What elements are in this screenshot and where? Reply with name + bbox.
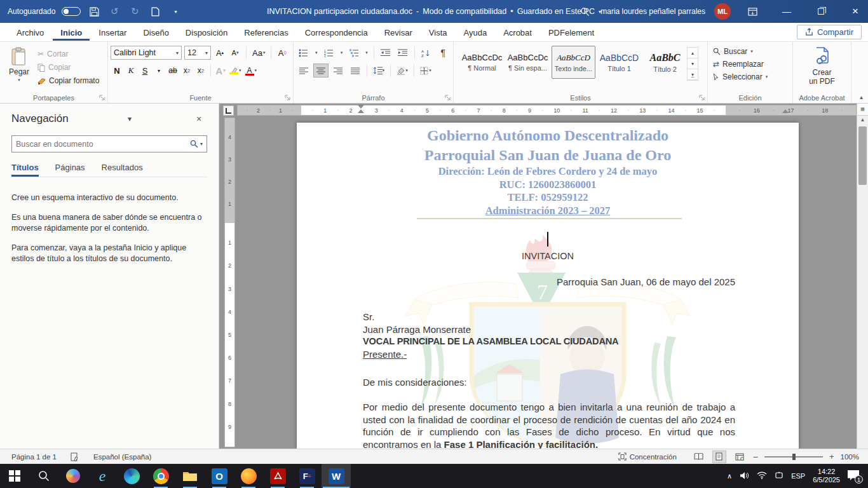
copilot-button[interactable]: [58, 464, 88, 488]
nav-tab-paginas[interactable]: Páginas: [55, 163, 85, 177]
notifications-button[interactable]: 1: [848, 470, 862, 482]
decrease-indent-button[interactable]: [378, 46, 393, 60]
document-letter-title[interactable]: INVITACION: [297, 251, 799, 261]
zoom-in-button[interactable]: +: [829, 452, 834, 461]
scroll-up-icon[interactable]: ▲: [857, 117, 868, 123]
acrobat-button[interactable]: [263, 464, 292, 488]
share-button[interactable]: Compartir: [797, 25, 862, 39]
greeting-line[interactable]: De mis consideraciones:: [363, 376, 735, 389]
display-icon[interactable]: [775, 471, 783, 481]
tab-disposicion[interactable]: Disposición: [178, 24, 235, 41]
horizontal-ruler[interactable]: ·2·1· ·1·2·3·4·5·6·7·8·9·10·11·12·13·14·…: [237, 105, 857, 116]
clipboard-dialog-launcher[interactable]: [99, 95, 105, 101]
search-magnifier-icon[interactable]: ▾: [190, 140, 203, 148]
recipient-block[interactable]: Sr. Juan Párraga Monserrate VOCAL PRINCI…: [363, 311, 735, 361]
clock[interactable]: 14:22 6/5/2025: [813, 468, 840, 484]
align-center-button[interactable]: [313, 64, 329, 78]
zoom-out-button[interactable]: −: [753, 452, 758, 462]
internet-explorer-button[interactable]: e: [88, 464, 117, 488]
vertical-ruler[interactable]: 4321 123456789: [224, 118, 235, 447]
numbering-chevron-icon[interactable]: ▾: [338, 46, 344, 60]
shading-button[interactable]: ▾: [395, 64, 410, 78]
keyboard-language[interactable]: ESP: [791, 472, 805, 480]
strikethrough-button[interactable]: ab: [166, 64, 179, 78]
underline-chevron-icon[interactable]: ▾: [153, 64, 165, 78]
edge-button[interactable]: [117, 464, 146, 488]
document-title[interactable]: INVITACION participacion ciudadana.doc -…: [267, 7, 601, 16]
nav-tab-resultados[interactable]: Resultados: [102, 163, 143, 177]
style-titulo-1[interactable]: AaBbCcD Título 1: [597, 46, 641, 79]
tab-archivo[interactable]: Archivo: [9, 24, 51, 41]
paragraph-dialog-launcher[interactable]: [445, 95, 451, 101]
multilevel-chevron-icon[interactable]: ▾: [363, 46, 370, 60]
sort-button[interactable]: AZ: [419, 46, 434, 60]
volume-icon[interactable]: [740, 471, 749, 481]
ribbon-display-options-icon[interactable]: [740, 0, 765, 23]
file-explorer-button[interactable]: [175, 464, 205, 488]
tab-acrobat[interactable]: Acrobat: [496, 24, 539, 41]
subscript-button[interactable]: x2: [180, 64, 193, 78]
style-normal[interactable]: AaBbCcDc ¶ Normal: [460, 46, 504, 79]
taskbar-search-button[interactable]: [29, 464, 58, 488]
bullets-button[interactable]: [296, 46, 311, 60]
font-size-select[interactable]: 12▾: [184, 46, 211, 60]
nav-tab-titulos[interactable]: Títulos: [11, 163, 39, 177]
line-spacing-button[interactable]: ▾: [371, 64, 386, 78]
tab-correspondencia[interactable]: Correspondencia: [297, 24, 376, 41]
bold-button[interactable]: N: [111, 64, 123, 78]
increase-indent-button[interactable]: [395, 46, 410, 60]
new-document-icon[interactable]: [148, 4, 162, 19]
copy-button[interactable]: Copiar: [36, 62, 101, 73]
firefox-button[interactable]: [234, 464, 263, 488]
close-button[interactable]: ×: [843, 0, 868, 23]
bullets-chevron-icon[interactable]: ▾: [313, 46, 320, 60]
styles-scroll-down-icon[interactable]: ▾: [688, 58, 698, 69]
undo-icon[interactable]: ↺: [107, 4, 121, 19]
right-indent-marker[interactable]: [782, 109, 789, 113]
style-texto-independiente[interactable]: AaBbCcD Texto inde...: [552, 46, 595, 79]
styles-gallery-expand-icon[interactable]: ▾̲: [688, 69, 698, 80]
tab-insertar[interactable]: Insertar: [91, 24, 134, 41]
minimize-button[interactable]: —: [774, 0, 799, 23]
styles-scroll[interactable]: ▴▾▾̲: [687, 47, 698, 81]
create-pdf-button[interactable]: Crearun PDF: [796, 46, 848, 86]
change-case-button[interactable]: Aa▾: [251, 46, 266, 60]
tab-inicio[interactable]: Inicio: [53, 24, 90, 41]
read-mode-button[interactable]: [692, 451, 706, 463]
find-button[interactable]: Buscar▾: [713, 47, 790, 56]
start-button[interactable]: [0, 464, 29, 488]
format-painter-button[interactable]: Copiar formato: [36, 75, 101, 86]
replace-button[interactable]: ⇄ Reemplazar: [713, 60, 790, 69]
word-button[interactable]: W: [322, 464, 351, 488]
show-paragraph-marks-button[interactable]: ¶: [435, 46, 451, 60]
redo-icon[interactable]: ↻: [128, 4, 142, 19]
grow-font-button[interactable]: A▴: [214, 46, 226, 60]
justify-button[interactable]: [348, 64, 363, 78]
tab-selector[interactable]: [223, 105, 234, 116]
borders-button[interactable]: ▾: [418, 64, 433, 78]
numbering-button[interactable]: 123: [322, 46, 337, 60]
language-indicator[interactable]: Español (España): [93, 453, 151, 461]
text-effects-button[interactable]: A▾: [214, 64, 227, 78]
zoom-slider-thumb[interactable]: [792, 454, 796, 460]
chrome-button[interactable]: [146, 464, 175, 488]
superscript-button[interactable]: x2: [194, 64, 207, 78]
underline-button[interactable]: S: [139, 64, 151, 78]
zoom-level[interactable]: 100%: [841, 453, 859, 461]
tab-pdfelement[interactable]: PDFelement: [541, 24, 602, 41]
multilevel-list-button[interactable]: [346, 46, 362, 60]
style-sin-espaciado[interactable]: AaBbCcDc ¶ Sin espa...: [506, 46, 550, 79]
save-icon[interactable]: [87, 4, 101, 19]
web-layout-button[interactable]: [733, 451, 747, 463]
clear-formatting-button[interactable]: A◊: [276, 46, 288, 60]
tab-ayuda[interactable]: Ayuda: [456, 24, 494, 41]
focus-mode-button[interactable]: Concentración: [618, 452, 677, 461]
font-family-select[interactable]: Calibri Light▾: [111, 46, 182, 60]
document-date-line[interactable]: Parroquia San Juan, 06 de mayo del 2025: [557, 276, 735, 287]
restore-button[interactable]: [808, 0, 834, 23]
zoom-slider[interactable]: [764, 456, 823, 458]
align-right-button[interactable]: [330, 64, 346, 78]
tab-referencias[interactable]: Referencias: [236, 24, 295, 41]
align-left-button[interactable]: [296, 64, 311, 78]
pdfelement-button[interactable]: F≡: [292, 464, 322, 488]
